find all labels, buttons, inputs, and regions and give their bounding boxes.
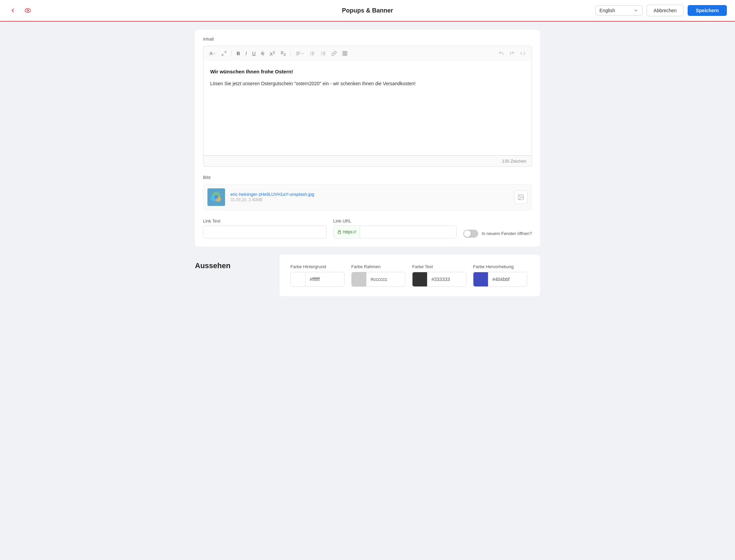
color-input-row-text[interactable]: #333333 [412, 272, 466, 287]
language-label: English [600, 8, 631, 13]
color-field-text: Farbe Text #333333 [412, 264, 466, 287]
image-row: eric-heininger-zHe9LUVH1aY-unsplash.jpg … [203, 184, 532, 210]
align-dropdown-icon [301, 52, 304, 55]
underline-icon: U [252, 51, 255, 56]
fullscreen-icon [221, 51, 227, 56]
table-btn[interactable] [340, 49, 350, 57]
image-meta: 31.03.20, 2.40MB [230, 197, 514, 202]
language-selector[interactable]: English [595, 5, 643, 16]
align-btn[interactable] [293, 49, 306, 57]
code-icon [520, 51, 526, 56]
toggle-row: In neuem Fenster öffnen? [463, 230, 532, 238]
link-btn[interactable] [329, 49, 339, 57]
subscript-btn[interactable]: X2 [279, 49, 288, 58]
color-swatch-border[interactable] [352, 272, 366, 286]
new-window-toggle[interactable] [463, 230, 478, 238]
unordered-list-icon [310, 51, 315, 56]
link-url-input[interactable] [360, 226, 456, 238]
italic-btn[interactable]: I [243, 49, 249, 57]
unordered-list-btn[interactable] [308, 49, 317, 57]
redo-btn[interactable] [507, 49, 517, 57]
code-btn[interactable] [518, 49, 528, 57]
superscript-icon: X2 [270, 50, 275, 57]
char-count: 130 Zeichen [502, 159, 526, 164]
svg-point-1 [27, 10, 29, 11]
editor-heading: Wir wünschen Ihnen frohe Ostern! [210, 68, 525, 76]
italic-icon: I [245, 51, 247, 56]
underline-btn[interactable]: U [250, 49, 258, 57]
strikethrough-icon: S [261, 51, 264, 56]
toolbar-right [496, 49, 528, 57]
header: Popups & Banner English Abbrechen Speich… [0, 0, 735, 22]
color-swatch-highlight[interactable] [473, 272, 488, 286]
ordered-list-icon: 1 2 3 [320, 51, 326, 56]
toolbar-sep-2 [290, 50, 291, 56]
image-thumbnail [207, 188, 225, 206]
link-row: Link Text Link URL https:// [203, 218, 532, 238]
link-url-label: Link URL [333, 218, 457, 224]
font-dropdown-icon [213, 52, 216, 55]
color-value-border: #cccccc [366, 277, 405, 282]
link-url-field: Link URL https:// [333, 218, 457, 238]
color-label-highlight: Farbe Hervorhebung [473, 264, 527, 269]
cancel-button[interactable]: Abbrechen [647, 5, 684, 16]
color-field-background: Farbe Hintergrund #ffffff [290, 264, 344, 287]
strikethrough-btn[interactable]: S [259, 49, 266, 57]
link-url-prefix: https:// [334, 226, 360, 238]
image-replace-icon [517, 194, 524, 201]
svg-line-3 [222, 54, 224, 55]
color-row: Farbe Hintergrund #ffffff Farbe Rahmen #… [290, 264, 529, 287]
color-value-highlight: #404bbf [488, 277, 527, 282]
preview-button[interactable] [23, 6, 32, 15]
toolbar-sep-1 [231, 50, 232, 56]
image-replace-button[interactable] [514, 190, 528, 204]
header-right: English Abbrechen Speichern [595, 5, 727, 16]
redo-icon [509, 51, 515, 56]
editor-footer: 130 Zeichen [203, 156, 532, 167]
color-input-row-background[interactable]: #ffffff [290, 272, 344, 287]
svg-line-2 [225, 51, 226, 53]
undo-btn[interactable] [496, 49, 506, 57]
editor-toolbar: A B I U S X2 [203, 46, 532, 61]
bold-icon: B [237, 51, 240, 56]
editor-body[interactable]: Wir wünschen Ihnen frohe Ostern! Lösen S… [203, 61, 532, 156]
svg-rect-31 [338, 232, 341, 234]
align-icon [295, 51, 301, 56]
bild-label: Bild [203, 175, 532, 180]
svg-rect-19 [343, 51, 347, 55]
link-text-field: Link Text [203, 218, 327, 238]
fullscreen-btn[interactable] [219, 49, 229, 57]
back-button[interactable] [8, 6, 18, 15]
aussehen-card: Farbe Hintergrund #ffffff Farbe Rahmen #… [280, 255, 540, 296]
color-label-text: Farbe Text [412, 264, 466, 269]
image-filename: eric-heininger-zHe9LUVH1aY-unsplash.jpg [230, 192, 514, 197]
font-icon: A [209, 51, 213, 56]
aussehen-section: Aussehen Farbe Hintergrund #ffffff Farbe… [195, 255, 540, 296]
bold-btn[interactable]: B [235, 49, 242, 57]
svg-point-10 [310, 52, 311, 52]
svg-point-0 [25, 8, 31, 13]
lock-icon [337, 230, 342, 234]
undo-icon [498, 51, 504, 56]
color-field-border: Farbe Rahmen #cccccc [351, 264, 405, 287]
ordered-list-btn[interactable]: 1 2 3 [318, 49, 328, 57]
color-swatch-background[interactable] [291, 272, 306, 286]
svg-point-28 [214, 195, 218, 199]
header-left [8, 6, 32, 15]
page-title: Popups & Banner [342, 7, 393, 14]
save-button[interactable]: Speichern [688, 5, 727, 16]
font-btn[interactable]: A [207, 49, 218, 57]
svg-text:3: 3 [321, 54, 322, 55]
superscript-btn[interactable]: X2 [268, 49, 277, 58]
svg-point-11 [310, 53, 311, 54]
color-swatch-text[interactable] [413, 272, 427, 286]
back-icon [9, 7, 16, 14]
chevron-down-icon [633, 8, 638, 13]
link-url-wrapper: https:// [333, 226, 457, 238]
link-text-input[interactable] [203, 226, 327, 238]
color-input-row-highlight[interactable]: #404bbf [473, 272, 527, 287]
color-value-text: #333333 [427, 277, 466, 282]
svg-point-30 [519, 195, 520, 196]
thumbnail-image [207, 188, 225, 206]
color-input-row-border[interactable]: #cccccc [351, 272, 405, 287]
